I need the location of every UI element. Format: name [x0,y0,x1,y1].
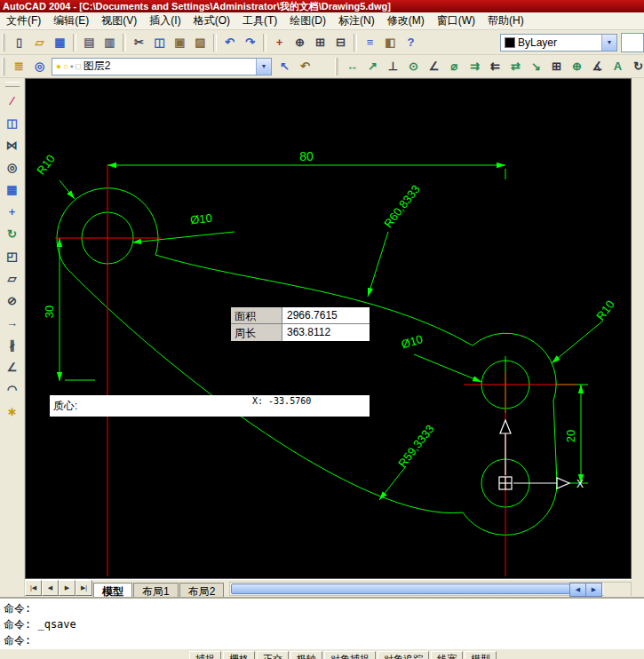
move-button[interactable]: + [2,202,22,222]
center-mark-button[interactable]: ⊕ [567,56,587,76]
toolbar-drag-handle[interactable] [335,58,338,75]
status-toggle-模型[interactable]: 模型 [465,651,497,659]
dim-aligned-button[interactable]: ↗ [362,56,383,76]
status-toggle-对象捕捉[interactable]: 对象捕捉 [324,651,376,659]
radius-r10-right-text[interactable]: R10 [593,298,617,322]
dim-angular-button[interactable]: ∠ [424,56,444,76]
layer-combo[interactable]: ●○▪■ 图层2 ▼ [52,58,272,75]
toolbar-drag-handle[interactable] [5,82,20,87]
dimension-update-button[interactable]: ↻ [628,56,644,76]
dim-continue-button[interactable]: ⇄ [505,56,526,76]
status-toggle-正交[interactable]: 正交 [257,651,289,659]
layer-previous-button[interactable]: ↶ [295,56,315,76]
chevron-down-icon[interactable]: ▼ [601,35,616,51]
plate-outline-path[interactable] [57,188,557,536]
trim-button[interactable]: ⊘ [2,290,22,311]
erase-button[interactable]: ∕ [2,91,22,111]
designcenter-button[interactable]: ◧ [380,32,401,52]
dim-diameter-button[interactable]: ⌀ [444,56,465,76]
dim-baseline-button[interactable]: ⇇ [485,56,505,76]
command-window[interactable]: 命令: 命令: _qsave 命令: [0,597,644,648]
radius-r60-leader[interactable] [368,232,388,297]
new-button[interactable]: ▯ [9,32,29,52]
menu-item[interactable]: 格式(O) [187,12,236,30]
scrollbar-thumb[interactable] [231,584,570,594]
paste-button[interactable]: ▣ [170,32,190,52]
chevron-down-icon[interactable]: ▼ [256,59,271,75]
radius-r10-tl-leader[interactable] [60,180,75,199]
toolbar-drag-handle[interactable] [2,58,5,75]
zoom-window-button[interactable]: ⊞ [310,32,330,52]
centroid-axes[interactable] [55,164,576,576]
title-bar[interactable]: AutoCAD 2004 - [C:\Documents and Setting… [0,0,644,12]
menu-item[interactable]: 视图(V) [95,12,143,30]
dia-left-text[interactable]: Ø10 [190,211,213,226]
tab-nav-last-button[interactable]: ▶| [76,580,92,596]
menu-item[interactable]: 修改(M) [381,12,431,30]
dim-ordinate-button[interactable]: ⊥ [383,56,403,76]
radius-r60-text[interactable]: R60,8333 [381,182,423,230]
menu-item[interactable]: 帮助(H) [481,12,530,30]
drawing-canvas[interactable]: 80 30 20 R10 R60,8333 R10 R59,3333 Ø10 Ø… [25,78,632,579]
explode-button[interactable]: ∗ [2,401,22,422]
plot-preview-button[interactable]: ▥ [99,32,120,52]
tab-nav-first-button[interactable]: |◀ [25,580,42,596]
zoom-realtime-button[interactable]: ⊕ [290,32,310,52]
copy-button[interactable]: ◫ [149,32,170,52]
help-button[interactable]: ? [401,32,421,52]
tolerance-button[interactable]: ⊞ [546,56,567,76]
dim-radius-button[interactable]: ⊙ [403,56,424,76]
offset-button[interactable]: ◎ [2,157,22,178]
dim-linear-button[interactable]: ↔ [342,56,362,76]
scale-button[interactable]: ◰ [2,246,22,266]
quick-leader-button[interactable]: ↘ [526,56,546,76]
status-toggle-极轴[interactable]: 极轴 [290,651,322,659]
match-properties-button[interactable]: ▨ [190,32,211,52]
radius-r10-tl-text[interactable]: R10 [34,152,58,177]
menu-item[interactable]: 文件(F) [0,12,47,30]
redo-button[interactable]: ↷ [240,32,260,52]
quick-dimension-button[interactable]: ⇉ [465,56,485,76]
tab-模型[interactable]: 模型 [93,583,132,597]
rotate-button[interactable]: ↻ [2,224,22,244]
scroll-right-button[interactable]: ▶ [585,583,602,597]
menu-item[interactable]: 工具(T) [236,12,283,30]
dim-20-text[interactable]: 20 [564,430,577,442]
dim-30-text[interactable]: 30 [43,306,56,318]
dimension-text-edit-button[interactable]: A [608,56,628,76]
extend-button[interactable]: → [2,313,22,333]
radius-r59-leader[interactable] [379,466,406,500]
open-button[interactable]: ▱ [29,32,50,52]
tab-nav-next-button[interactable]: ▶ [59,580,76,596]
dim-80-text[interactable]: 80 [299,149,314,163]
status-toggle-线宽[interactable]: 线宽 [431,651,463,659]
copy-object-button[interactable]: ◫ [2,113,22,133]
tab-布局1[interactable]: 布局1 [133,583,179,597]
chamfer-button[interactable]: ∠ [2,357,22,377]
pan-button[interactable]: + [269,32,290,52]
stretch-button[interactable]: ▱ [2,268,22,289]
scroll-left-button[interactable]: ◀ [569,583,586,597]
command-prompt-line[interactable]: 命令: [4,632,644,648]
plate-outline[interactable] [57,188,557,536]
break-button[interactable]: ∦ [2,335,22,355]
dimension-edit-button[interactable]: ∡ [587,56,608,76]
status-toggle-栅格[interactable]: 栅格 [223,651,255,659]
horizontal-scrollbar[interactable]: ◀ ▶ [229,582,632,596]
array-button[interactable]: ▦ [2,179,22,200]
zoom-previous-button[interactable]: ⊟ [330,32,351,52]
cut-button[interactable]: ✂ [129,32,149,52]
menu-item[interactable]: 编辑(E) [47,12,95,30]
dia-left-leader[interactable] [132,232,235,242]
properties-button[interactable]: ≡ [360,32,380,52]
radius-r10-right-leader[interactable] [552,321,603,363]
mirror-button[interactable]: ⋈ [2,135,22,155]
layer-states-button[interactable]: ◎ [29,56,50,76]
linetype-control-partial[interactable] [621,33,644,52]
menu-item[interactable]: 窗口(W) [431,12,481,30]
status-toggle-对象追踪[interactable]: 对象追踪 [378,651,429,659]
color-control-combo[interactable]: ByLayer ▼ [500,34,617,52]
menu-item[interactable]: 绘图(D) [283,12,332,30]
tab-布局2[interactable]: 布局2 [179,583,225,597]
fillet-button[interactable]: ◠ [2,379,22,400]
